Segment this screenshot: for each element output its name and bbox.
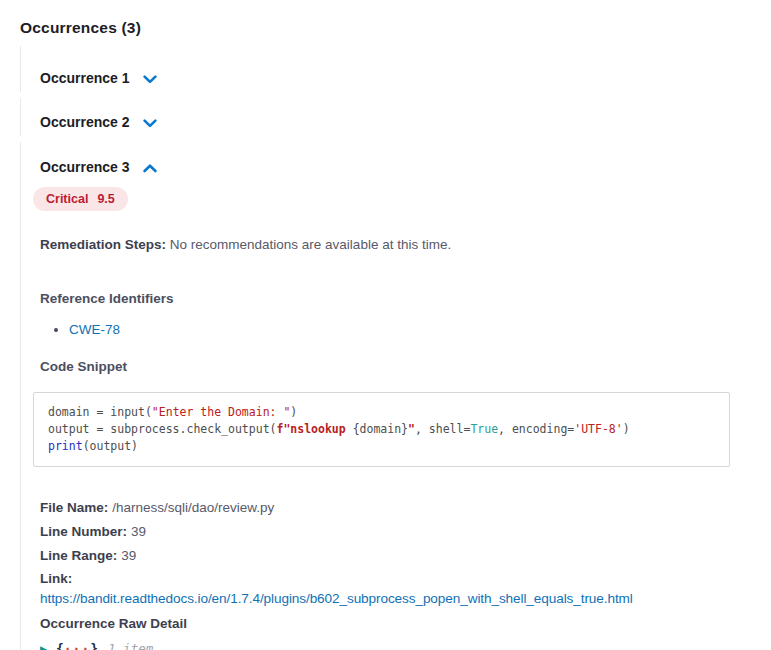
json-collapsed-node[interactable]: {...} [56, 641, 98, 650]
occurrence-panels: Occurrence 1 Occurrence 2 Occurrence 3 [20, 46, 751, 650]
severity-badge: Critical 9.5 [33, 187, 128, 211]
link-label: Link: [40, 569, 751, 589]
occurrence-fields: File Name:/harness/sqli/dao/review.py Li… [40, 496, 751, 568]
line-range-value: 39 [121, 548, 136, 563]
severity-label: Critical [46, 192, 88, 206]
file-name-label: File Name: [40, 500, 108, 515]
reference-identifiers-heading: Reference Identifiers [40, 291, 751, 306]
file-name-value: /harness/sqli/dao/review.py [112, 500, 274, 515]
remediation-steps: Remediation Steps: No recommendations ar… [40, 237, 751, 252]
occurrence-3-header[interactable]: Occurrence 3 [40, 159, 157, 175]
file-name-row: File Name:/harness/sqli/dao/review.py [40, 496, 751, 520]
json-open-brace: { [56, 641, 64, 650]
chevron-up-icon[interactable] [143, 164, 157, 173]
occurrence-3-label: Occurrence 3 [40, 159, 130, 175]
reference-list-item: CWE-78 [69, 322, 751, 337]
code-line: output = subprocess.check_output(f"nsloo… [48, 421, 715, 438]
line-number-row: Line Number:39 [40, 520, 751, 544]
bandit-doc-link[interactable]: https://bandit.readthedocs.io/en/1.7.4/p… [40, 589, 633, 608]
code-line: domain = input("Enter the Domain: ") [48, 404, 715, 421]
reference-list: CWE-78 [40, 322, 751, 337]
code-snippet-box: domain = input("Enter the Domain: ")outp… [33, 392, 730, 467]
occurrence-2-label: Occurrence 2 [40, 114, 130, 130]
code-lines: domain = input("Enter the Domain: ")outp… [48, 404, 715, 455]
occurrence-1-header[interactable]: Occurrence 1 [40, 70, 157, 86]
occurrence-2-panel: Occurrence 2 [20, 98, 751, 136]
triangle-right-icon[interactable]: ▶ [40, 642, 47, 650]
occurrence-3-panel: Occurrence 3 Critical 9.5 Remediation St… [20, 142, 751, 650]
line-number-label: Line Number: [40, 524, 127, 539]
json-item-count: 1 item [108, 641, 153, 650]
json-viewer-row: ▶ {...} 1 item [40, 641, 751, 650]
chevron-down-icon[interactable] [143, 119, 157, 128]
severity-score: 9.5 [97, 192, 114, 206]
line-range-row: Line Range:39 [40, 544, 751, 568]
remediation-text: No recommendations are available at this… [166, 237, 451, 252]
occurrence-2-header[interactable]: Occurrence 2 [40, 114, 157, 130]
remediation-label: Remediation Steps: [40, 237, 166, 252]
code-line: print(output) [48, 438, 715, 455]
line-number-value: 39 [131, 524, 146, 539]
occurrences-page: Occurrences (3) Occurrence 1 Occurrence … [0, 0, 771, 650]
occurrence-1-panel: Occurrence 1 [20, 46, 751, 92]
line-range-label: Line Range: [40, 548, 117, 563]
occurrence-raw-detail-heading: Occurrence Raw Detail [40, 614, 751, 634]
json-ellipsis: ... [64, 638, 90, 650]
occurrence-1-label: Occurrence 1 [40, 70, 130, 86]
chevron-down-icon[interactable] [143, 75, 157, 84]
code-snippet-heading: Code Snippet [40, 359, 751, 374]
json-close-brace: } [90, 641, 98, 650]
link-block: Link: https://bandit.readthedocs.io/en/1… [40, 569, 751, 608]
cwe-link[interactable]: CWE-78 [69, 322, 120, 337]
page-title: Occurrences (3) [20, 19, 751, 37]
